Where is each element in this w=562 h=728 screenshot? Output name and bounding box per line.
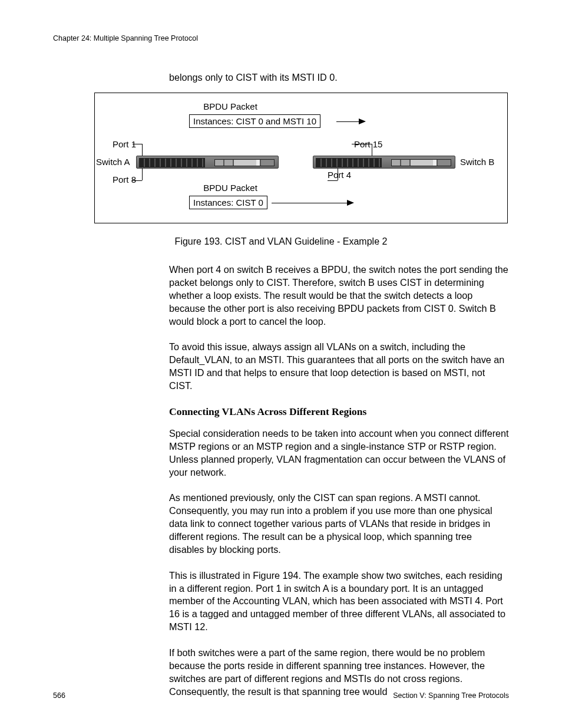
- section-label: Section V: Spanning Tree Protocols: [393, 691, 509, 700]
- figure-caption: Figure 193. CIST and VLAN Guideline - Ex…: [53, 236, 509, 247]
- switch-a-label: Switch A: [96, 157, 130, 167]
- port15-label: Port 15: [354, 139, 382, 149]
- switch-b-graphic: [313, 156, 455, 169]
- switch-a-graphic: [136, 156, 279, 169]
- subheading-connecting-vlans: Connecting VLANs Across Different Region…: [169, 406, 509, 418]
- bpdu-bot-instances-box: Instances: CIST 0: [189, 196, 267, 209]
- port8-line: [142, 169, 143, 180]
- bpdu-top-label: BPDU Packet: [189, 101, 272, 111]
- lead-in-line: belongs only to CIST with its MSTI ID 0.: [169, 72, 509, 83]
- page-number: 566: [53, 691, 65, 700]
- para-5: This is illustrated in Figure 194. The e…: [169, 569, 509, 634]
- para-1: When port 4 on switch B receives a BPDU,…: [169, 263, 509, 328]
- para-6: If both switches were a part of the same…: [169, 647, 509, 698]
- para-2: To avoid this issue, always assign all V…: [169, 341, 509, 392]
- para-3: Special consideration needs to be taken …: [169, 427, 509, 479]
- bpdu-bot-label: BPDU Packet: [189, 183, 272, 193]
- port4-tick: [328, 180, 338, 181]
- port1-line: [142, 144, 143, 156]
- switch-b-label: Switch B: [460, 157, 494, 167]
- figure-193: BPDU Packet Instances: CIST 0 and MSTI 1…: [94, 93, 508, 223]
- port1-label: Port 1: [113, 139, 136, 149]
- port4-label: Port 4: [328, 170, 351, 180]
- port8-label: Port 8: [113, 174, 136, 185]
- bpdu-top-instances-box: Instances: CIST 0 and MSTI 10: [189, 114, 320, 128]
- para-4: As mentioned previously, only the CIST c…: [169, 492, 509, 556]
- running-header: Chapter 24: Multiple Spanning Tree Proto…: [53, 34, 509, 42]
- page-footer: 566 Section V: Spanning Tree Protocols: [53, 691, 509, 700]
